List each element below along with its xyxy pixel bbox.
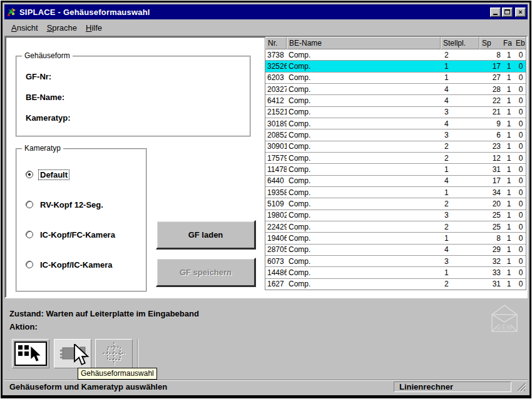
header-eb: Eb [516, 39, 526, 49]
cell-fa: 1 [503, 211, 515, 220]
cell-nr: 19406 [265, 234, 287, 243]
minimize-button[interactable] [490, 8, 501, 17]
gf-nr-label: GF-Nr: [26, 72, 51, 81]
gf-laden-button[interactable]: GF laden [156, 220, 256, 250]
minimize-icon [493, 14, 498, 15]
cell-nr: 14486 [265, 268, 287, 277]
radio-button-icon[interactable] [26, 201, 33, 208]
radio-option-label: RV-Kopf 12-Seg. [39, 200, 105, 210]
table-row[interactable]: 19406 Comp. 1 8 1 0 [265, 233, 526, 244]
cell-be-name: Comp. [287, 223, 441, 231]
header-nr[interactable]: Nr. [265, 37, 287, 49]
table-row[interactable]: 14486 Comp. 1 33 1 0 [265, 267, 526, 278]
cell-be-name: Comp. [287, 96, 441, 105]
gehaeuseform-group-title: Gehäuseform [22, 51, 73, 60]
cell-nr: 32526 [265, 62, 287, 71]
table-row[interactable]: 19802 Comp. 3 25 1 0 [265, 210, 526, 221]
cell-be-name: Comp. [287, 257, 441, 266]
maximize-button[interactable] [502, 8, 513, 17]
gf-speichern-button[interactable]: GF speichern [156, 258, 256, 287]
svg-text:GEM: GEM [496, 324, 513, 331]
radio-option[interactable]: Default [26, 168, 146, 181]
cell-fa: 1 [503, 176, 515, 185]
cell-sp: 17 [479, 62, 503, 71]
cell-stellpl: 3 [441, 131, 479, 139]
cell-stellpl: 3 [441, 211, 479, 220]
status-area: Zustand: Warten auf Leiterplatte im Eing… [4, 298, 528, 337]
cell-nr: 28705 [265, 245, 287, 254]
table-row[interactable]: 30189 Comp. 4 9 1 0 [265, 118, 526, 129]
table-row[interactable]: 1627 Comp. 2 31 1 0 [265, 279, 526, 290]
menubar: Ansicht Sprache Hilfe [4, 19, 528, 36]
cell-stellpl: 1 [441, 234, 479, 243]
cell-fa: 1 [503, 96, 515, 105]
cell-eb: 0 [515, 51, 526, 59]
tooltip: Gehäuseformauswahl [78, 368, 157, 380]
cell-stellpl: 1 [441, 165, 479, 174]
table-row[interactable]: 5109 Comp. 2 20 1 0 [265, 198, 526, 210]
radio-button-icon[interactable] [26, 231, 33, 238]
radio-option[interactable]: RV-Kopf 12-Seg. [26, 198, 146, 211]
header-be-name[interactable]: BE-Name [287, 37, 441, 49]
header-stellpl[interactable]: Stellpl. [441, 37, 479, 49]
table-row[interactable]: 6412 Comp. 4 22 1 0 [265, 95, 526, 106]
cell-stellpl: 1 [441, 62, 479, 71]
table-row[interactable]: 21521 Comp. 3 21 1 0 [265, 107, 526, 118]
cell-eb: 0 [515, 131, 526, 139]
toolbar-chip-crosshair-button[interactable] [95, 339, 133, 368]
table-row[interactable]: 17579 Comp. 2 12 1 0 [265, 153, 526, 164]
resize-grip-icon[interactable] [516, 382, 526, 391]
table-row[interactable]: 32526 Comp. 1 17 1 0 [265, 61, 526, 72]
table-row[interactable]: 19358 Comp. 1 34 1 0 [265, 187, 526, 198]
cell-nr: 3738 [265, 51, 287, 59]
radio-option[interactable]: IC-Kopf/IC-Kamera [26, 258, 146, 271]
cell-fa: 1 [503, 142, 515, 151]
cell-eb: 0 [515, 280, 526, 288]
cell-be-name: Comp. [287, 85, 441, 94]
table-row[interactable]: 11478 Comp. 1 31 1 0 [265, 164, 526, 175]
table-row[interactable]: 22429 Comp. 2 25 1 0 [265, 221, 526, 233]
cell-stellpl: 2 [441, 142, 479, 151]
table-row[interactable]: 30901 Comp. 2 23 1 0 [265, 141, 526, 153]
cell-sp: 33 [479, 268, 503, 277]
cell-stellpl: 1 [441, 188, 479, 197]
table-row[interactable]: 20852 Comp. 3 6 1 0 [265, 129, 526, 141]
cell-be-name: Comp. [287, 176, 441, 185]
gehaeuseform-groupbox: Gehäuseform GF-Nr: BE-Name: Kameratyp: [16, 56, 251, 137]
cell-eb: 0 [515, 211, 526, 220]
table-row[interactable]: 28705 Comp. 4 29 1 0 [265, 245, 526, 256]
radio-option[interactable]: IC-Kopf/FC-Kamera [26, 228, 146, 241]
kameratyp-groupbox: Kameratyp Default RV-Kopf 12-Seg. [16, 148, 147, 292]
cell-nr: 17579 [265, 154, 287, 163]
cell-nr: 20852 [265, 131, 287, 139]
radio-option-label: IC-Kopf/FC-Kamera [39, 230, 116, 240]
cell-be-name: Comp. [287, 51, 441, 59]
cell-eb: 0 [515, 108, 526, 116]
radio-button-icon[interactable] [26, 261, 33, 268]
window-title: SIPLACE - Gehäuseformauswahl [19, 8, 488, 17]
table-row[interactable]: 6073 Comp. 3 32 1 0 [265, 256, 526, 267]
table-row[interactable]: 20327 Comp. 4 28 1 0 [265, 84, 526, 95]
cell-sp: 21 [479, 108, 503, 116]
cell-nr: 1627 [265, 280, 287, 288]
header-sp-fa-eb[interactable]: Sp Fa Eb [479, 37, 526, 49]
close-button[interactable]: × [515, 8, 526, 17]
statusbar-message: Gehäuseform und Kameratyp auswählen [9, 382, 394, 391]
radio-button-icon[interactable] [26, 171, 33, 178]
table-header: Nr. BE-Name Stellpl. Sp Fa Eb [265, 37, 526, 49]
menu-ansicht[interactable]: Ansicht [7, 22, 43, 34]
cell-fa: 1 [503, 85, 515, 94]
menu-sprache[interactable]: Sprache [43, 22, 81, 34]
menu-hilfe[interactable]: Hilfe [81, 22, 106, 34]
app-icon [6, 7, 17, 18]
table-row[interactable]: 6203 Comp. 1 27 1 0 [265, 73, 526, 84]
cell-stellpl: 1 [441, 73, 479, 82]
cell-sp: 34 [479, 188, 503, 197]
table-row[interactable]: 3738 Comp. 2 8 1 0 [265, 49, 526, 61]
cell-be-name: Comp. [287, 142, 441, 151]
table-row[interactable]: 6440 Comp. 4 17 1 0 [265, 176, 526, 187]
mouse-cursor-icon [73, 344, 90, 366]
app-window: SIPLACE - Gehäuseformauswahl × Ansicht S… [1, 1, 531, 398]
cell-stellpl: 2 [441, 200, 479, 208]
toolbar-selection-mode-button[interactable] [12, 339, 49, 368]
